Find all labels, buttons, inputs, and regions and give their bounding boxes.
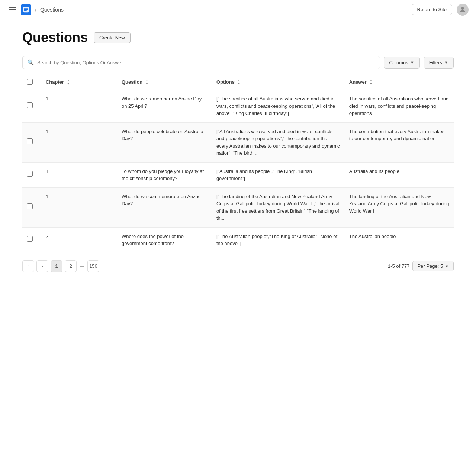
- row-checkbox[interactable]: [27, 138, 33, 144]
- header-answer: Answer ▲ ▼: [345, 75, 454, 90]
- table-row: 1 To whom do you pledge your loyalty at …: [22, 162, 454, 187]
- row-checkbox-cell: [22, 227, 41, 253]
- pagination-right: 1-5 of 777 Per Page: 5 ▼: [388, 261, 454, 271]
- svg-rect-2: [24, 9, 28, 9]
- sort-desc-icon[interactable]: ▼: [145, 83, 148, 86]
- row-checkbox[interactable]: [27, 102, 33, 108]
- header-checkbox-cell: [22, 75, 41, 90]
- sort-desc-icon[interactable]: ▼: [67, 83, 70, 86]
- chapter-sort-icons[interactable]: ▲ ▼: [67, 79, 70, 86]
- row-options: ["The sacrifice of all Australians who s…: [212, 90, 345, 123]
- sort-asc-icon[interactable]: ▲: [369, 79, 372, 82]
- header-chapter: Chapter ▲ ▼: [41, 75, 117, 90]
- row-answer: The sacrifice of all Australians who ser…: [345, 90, 454, 123]
- header-question: Question ▲ ▼: [117, 75, 212, 90]
- sort-desc-icon[interactable]: ▼: [238, 83, 241, 86]
- columns-label: Columns: [389, 60, 408, 65]
- sort-desc-icon[interactable]: ▼: [369, 83, 372, 86]
- row-answer: The contribution that every Australian m…: [345, 122, 454, 162]
- filters-chevron-icon: ▼: [444, 60, 448, 65]
- question-sort-icons[interactable]: ▲ ▼: [145, 79, 148, 86]
- sort-asc-icon[interactable]: ▲: [67, 79, 70, 82]
- row-question: Where does the power of the government c…: [117, 227, 212, 253]
- create-new-button[interactable]: Create New: [94, 32, 131, 43]
- topnav: / Questions Return to Site: [0, 0, 476, 19]
- row-checkbox[interactable]: [27, 236, 33, 242]
- answer-sort-icons[interactable]: ▲ ▼: [369, 79, 372, 86]
- page-1-button[interactable]: 1: [51, 260, 62, 272]
- row-checkbox-cell: [22, 187, 41, 227]
- table-row: 2 Where does the power of the government…: [22, 227, 454, 253]
- svg-point-4: [461, 7, 464, 10]
- row-options: ["Australia and its people","The King","…: [212, 162, 345, 187]
- header-options: Options ▲ ▼: [212, 75, 345, 90]
- breadcrumb-text: Questions: [40, 7, 64, 13]
- topnav-left: / Questions: [7, 4, 64, 15]
- row-question: What do we remember on Anzac Day on 25 A…: [117, 90, 212, 123]
- row-answer: The landing of the Australian and New Ze…: [345, 187, 454, 227]
- app-logo: [21, 4, 31, 15]
- row-checkbox[interactable]: [27, 203, 33, 209]
- row-answer: The Australian people: [345, 227, 454, 253]
- sort-asc-icon[interactable]: ▲: [145, 79, 148, 82]
- table-row: 1 What do we commemorate on Anzac Day? […: [22, 187, 454, 227]
- select-all-checkbox[interactable]: [27, 79, 33, 85]
- row-checkbox-cell: [22, 90, 41, 123]
- page-header: Questions Create New: [0, 19, 476, 53]
- per-page-chevron-icon: ▼: [445, 264, 449, 268]
- filters-button[interactable]: Filters ▼: [424, 57, 454, 69]
- row-checkbox[interactable]: [27, 171, 33, 177]
- row-chapter: 1: [41, 90, 117, 123]
- records-info: 1-5 of 777: [388, 263, 410, 269]
- avatar[interactable]: [457, 4, 469, 16]
- page-2-button[interactable]: 2: [65, 260, 77, 272]
- row-checkbox-cell: [22, 162, 41, 187]
- toolbar: 🔍 Columns ▼ Filters ▼: [0, 53, 476, 75]
- columns-button[interactable]: Columns ▼: [384, 57, 420, 69]
- return-site-button[interactable]: Return to Site: [412, 4, 453, 15]
- search-input[interactable]: [37, 60, 375, 65]
- table-header-row: Chapter ▲ ▼ Question ▲ ▼ Options: [22, 75, 454, 90]
- row-chapter: 1: [41, 162, 117, 187]
- row-checkbox-cell: [22, 122, 41, 162]
- row-question: To whom do you pledge your loyalty at th…: [117, 162, 212, 187]
- prev-page-button[interactable]: ‹: [22, 260, 34, 272]
- row-question: What do we commemorate on Anzac Day?: [117, 187, 212, 227]
- user-icon: [459, 6, 466, 13]
- questions-table: Chapter ▲ ▼ Question ▲ ▼ Options: [22, 75, 454, 253]
- row-question: What do people celebrate on Australia Da…: [117, 122, 212, 162]
- table-body: 1 What do we remember on Anzac Day on 25…: [22, 90, 454, 253]
- row-options: ["The Australian people","The King of Au…: [212, 227, 345, 253]
- search-box: 🔍: [22, 56, 380, 69]
- row-chapter: 1: [41, 187, 117, 227]
- row-chapter: 1: [41, 122, 117, 162]
- columns-chevron-icon: ▼: [410, 60, 414, 65]
- search-icon: 🔍: [27, 59, 34, 66]
- pagination-ellipsis: —: [79, 263, 85, 269]
- page-title: Questions: [22, 30, 88, 45]
- per-page-button[interactable]: Per Page: 5 ▼: [412, 261, 454, 271]
- row-chapter: 2: [41, 227, 117, 253]
- topnav-right: Return to Site: [412, 4, 469, 16]
- table-row: 1 What do people celebrate on Australia …: [22, 122, 454, 162]
- pagination: ‹ › 1 2 — 156 1-5 of 777 Per Page: 5 ▼: [0, 253, 476, 280]
- row-options: ["All Australians who served and died in…: [212, 122, 345, 162]
- svg-rect-3: [24, 10, 27, 10]
- svg-rect-1: [24, 8, 28, 8]
- sort-asc-icon[interactable]: ▲: [238, 79, 241, 82]
- options-sort-icons[interactable]: ▲ ▼: [238, 79, 241, 86]
- table-row: 1 What do we remember on Anzac Day on 25…: [22, 90, 454, 123]
- filters-label: Filters: [429, 60, 442, 65]
- book-icon: [23, 6, 29, 13]
- hamburger-icon[interactable]: [7, 6, 17, 14]
- table-container: Chapter ▲ ▼ Question ▲ ▼ Options: [0, 75, 476, 253]
- last-page-button[interactable]: 156: [87, 260, 99, 272]
- row-options: ["The landing of the Australian and New …: [212, 187, 345, 227]
- row-answer: Australia and its people: [345, 162, 454, 187]
- breadcrumb-separator: /: [35, 7, 36, 13]
- per-page-label: Per Page: 5: [417, 263, 443, 269]
- next-page-button[interactable]: ›: [36, 260, 48, 272]
